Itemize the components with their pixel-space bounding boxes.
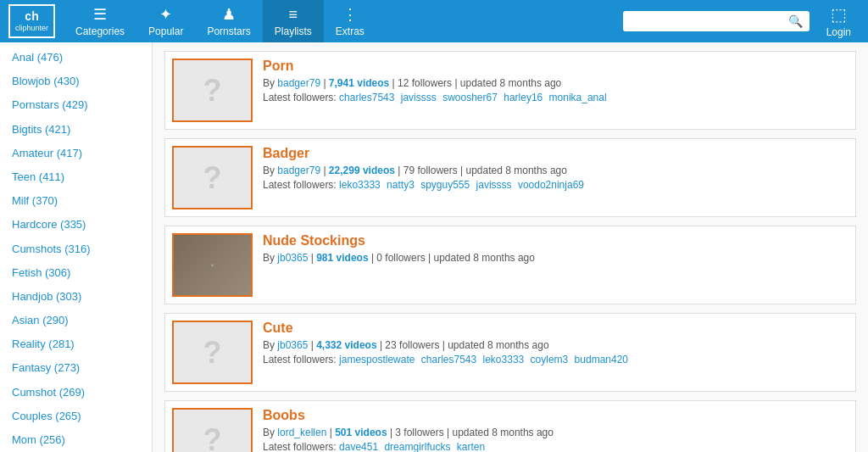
- follower-link-porn-4[interactable]: monika_anal: [549, 92, 607, 103]
- follower-link-cute-3[interactable]: coylem3: [531, 354, 569, 366]
- login-button[interactable]: ⬚ Login: [818, 0, 860, 42]
- sidebar-item-13[interactable]: Fantasy (273): [0, 356, 152, 380]
- author-link-porn[interactable]: badger79: [277, 77, 320, 89]
- sidebar-item-7[interactable]: Hardcore (335): [0, 213, 152, 237]
- nav-pornstars-label: Pornstars: [207, 25, 250, 37]
- playlist-meta-cute: By jb0365 | 4,332 videos | 23 followers …: [263, 339, 849, 351]
- playlist-thumb-cute[interactable]: ?: [172, 321, 253, 384]
- search-button[interactable]: 🔍: [788, 14, 803, 28]
- main-layout: Anal (476)Blowjob (430)Pornstars (429)Bi…: [0, 42, 868, 452]
- playlist-info-nude-stockings: Nude StockingsBy jb0365 | 981 videos | 0…: [263, 233, 849, 266]
- playlist-title-porn[interactable]: Porn: [263, 59, 849, 74]
- nav-categories-label: Categories: [75, 25, 125, 37]
- playlist-info-cute: CuteBy jb0365 | 4,332 videos | 23 follow…: [263, 321, 849, 366]
- playlist-thumb-nude-stockings[interactable]: ▪: [172, 233, 253, 297]
- playlist-info-boobs: BoobsBy lord_kellen | 501 videos | 3 fol…: [263, 408, 849, 452]
- sidebar-item-3[interactable]: Bigtits (421): [0, 118, 152, 142]
- sidebar: Anal (476)Blowjob (430)Pornstars (429)Bi…: [0, 42, 153, 452]
- sidebar-item-14[interactable]: Cumshot (269): [0, 381, 152, 405]
- follower-link-badger-1[interactable]: natty3: [387, 179, 415, 191]
- followers-line-cute: Latest followers: jamespostlewate charle…: [263, 354, 849, 366]
- sidebar-item-8[interactable]: Cumshots (316): [0, 237, 152, 261]
- videos-count-badger: 22,299 videos: [329, 165, 395, 176]
- playlist-card-badger: ?BadgerBy badger79 | 22,299 videos | 79 …: [164, 138, 856, 217]
- followers-line-boobs: Latest followers: dave451 dreamgirlfucks…: [263, 441, 849, 452]
- sidebar-item-10[interactable]: Handjob (303): [0, 285, 152, 309]
- header: ch cliphunter ☰ Categories ✦ Popular ♟ P…: [0, 0, 868, 42]
- sidebar-item-2[interactable]: Pornstars (429): [0, 93, 152, 117]
- playlist-meta-porn: By badger79 | 7,941 videos | 12 follower…: [263, 77, 849, 89]
- login-icon: ⬚: [831, 4, 847, 25]
- sidebar-item-0[interactable]: Anal (476): [0, 46, 152, 70]
- nav-playlists[interactable]: ≡ Playlists: [263, 0, 324, 42]
- follower-link-porn-3[interactable]: harley16: [504, 92, 542, 103]
- followers-line-badger: Latest followers: leko3333 natty3 spyguy…: [263, 179, 849, 191]
- nav-playlists-label: Playlists: [275, 25, 312, 37]
- sidebar-item-12[interactable]: Reality (281): [0, 332, 152, 356]
- followers-line-porn: Latest followers: charles7543 javissss s…: [263, 92, 849, 103]
- playlist-title-cute[interactable]: Cute: [263, 321, 849, 336]
- categories-icon: ☰: [93, 5, 107, 24]
- logo[interactable]: ch cliphunter: [8, 4, 55, 38]
- popular-icon: ✦: [159, 5, 172, 24]
- nav-categories[interactable]: ☰ Categories: [64, 0, 136, 42]
- pornstars-icon: ♟: [222, 5, 236, 24]
- follower-link-badger-0[interactable]: leko3333: [339, 179, 381, 191]
- follower-link-cute-1[interactable]: charles7543: [421, 354, 476, 366]
- author-link-badger[interactable]: badger79: [277, 165, 320, 176]
- playlist-thumb-boobs[interactable]: ?: [172, 408, 253, 452]
- sidebar-item-1[interactable]: Blowjob (430): [0, 70, 152, 93]
- search-bar: 🔍: [623, 11, 810, 31]
- playlist-title-nude-stockings[interactable]: Nude Stockings: [263, 233, 849, 248]
- follower-link-cute-4[interactable]: budman420: [575, 354, 628, 366]
- videos-count-cute: 4,332 videos: [316, 339, 376, 351]
- follower-link-boobs-0[interactable]: dave451: [339, 441, 378, 452]
- sidebar-item-5[interactable]: Teen (411): [0, 165, 152, 189]
- playlist-info-badger: BadgerBy badger79 | 22,299 videos | 79 f…: [263, 146, 849, 191]
- follower-link-cute-2[interactable]: leko3333: [483, 354, 525, 366]
- follower-link-badger-3[interactable]: javissss: [476, 179, 512, 191]
- extras-icon: ⋮: [342, 5, 358, 24]
- follower-link-badger-2[interactable]: spyguy555: [420, 179, 470, 191]
- sidebar-item-11[interactable]: Asian (290): [0, 309, 152, 332]
- nav-pornstars[interactable]: ♟ Pornstars: [195, 0, 262, 42]
- author-link-cute[interactable]: jb0365: [277, 339, 308, 351]
- playlist-thumb-porn[interactable]: ?: [172, 59, 253, 122]
- playlist-card-cute: ?CuteBy jb0365 | 4,332 videos | 23 follo…: [164, 313, 856, 392]
- follower-link-porn-2[interactable]: swoosher67: [442, 92, 498, 103]
- playlist-info-porn: PornBy badger79 | 7,941 videos | 12 foll…: [263, 59, 849, 103]
- follower-link-boobs-1[interactable]: dreamgirlfucks: [384, 441, 450, 452]
- playlist-meta-nude-stockings: By jb0365 | 981 videos | 0 followers | u…: [263, 252, 849, 264]
- playlist-card-porn: ?PornBy badger79 | 7,941 videos | 12 fol…: [164, 51, 856, 130]
- playlists-icon: ≡: [289, 6, 298, 24]
- follower-link-cute-0[interactable]: jamespostlewate: [339, 354, 415, 366]
- playlist-title-badger[interactable]: Badger: [263, 146, 849, 161]
- playlist-meta-boobs: By lord_kellen | 501 videos | 3 follower…: [263, 427, 849, 438]
- follower-link-porn-0[interactable]: charles7543: [339, 92, 394, 103]
- logo-brand: cliphunter: [15, 24, 48, 33]
- follower-link-porn-1[interactable]: javissss: [401, 92, 437, 103]
- search-input[interactable]: [630, 15, 788, 28]
- follower-link-badger-4[interactable]: voodo2ninja69: [518, 179, 584, 191]
- nav-popular[interactable]: ✦ Popular: [136, 0, 195, 42]
- playlist-card-boobs: ?BoobsBy lord_kellen | 501 videos | 3 fo…: [164, 400, 856, 452]
- login-label: Login: [826, 26, 851, 38]
- nav-popular-label: Popular: [148, 25, 183, 37]
- sidebar-item-4[interactable]: Amateur (417): [0, 142, 152, 165]
- videos-count-boobs: 501 videos: [335, 427, 387, 438]
- playlist-title-boobs[interactable]: Boobs: [263, 408, 849, 423]
- nav-extras[interactable]: ⋮ Extras: [324, 0, 376, 42]
- playlist-meta-badger: By badger79 | 22,299 videos | 79 followe…: [263, 165, 849, 176]
- sidebar-item-6[interactable]: Milf (370): [0, 189, 152, 213]
- sidebar-item-16[interactable]: Mom (256): [0, 428, 152, 452]
- videos-count-nude-stockings: 981 videos: [316, 252, 368, 264]
- videos-count-porn: 7,941 videos: [329, 77, 389, 89]
- playlist-card-nude-stockings: ▪Nude StockingsBy jb0365 | 981 videos | …: [164, 226, 856, 304]
- logo-ch: ch: [15, 9, 48, 24]
- sidebar-item-9[interactable]: Fetish (306): [0, 261, 152, 285]
- playlist-thumb-badger[interactable]: ?: [172, 146, 253, 209]
- sidebar-item-15[interactable]: Couples (265): [0, 405, 152, 428]
- author-link-nude-stockings[interactable]: jb0365: [277, 252, 308, 264]
- author-link-boobs[interactable]: lord_kellen: [277, 427, 326, 438]
- follower-link-boobs-2[interactable]: karten: [457, 441, 485, 452]
